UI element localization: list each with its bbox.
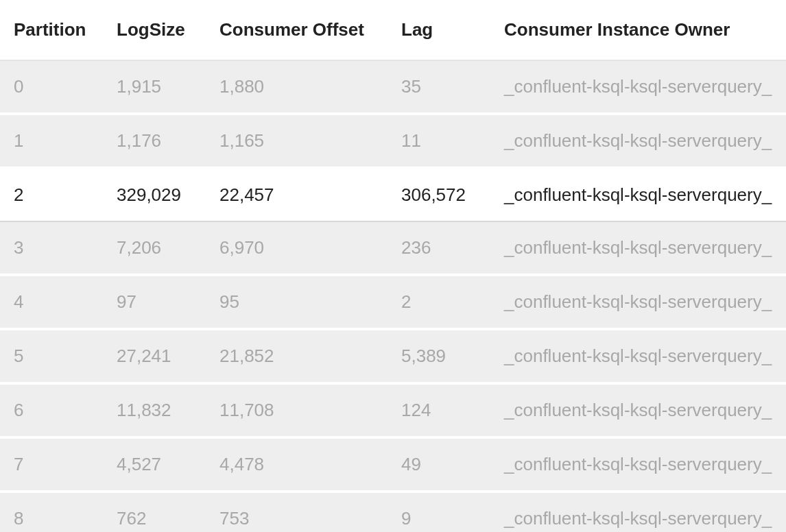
cell-lag: 5,389 bbox=[388, 329, 490, 383]
cell-lag: 49 bbox=[388, 437, 490, 492]
cell-owner: _confluent-ksql-ksql-serverquery_ bbox=[490, 383, 786, 437]
cell-partition: 3 bbox=[0, 221, 103, 275]
cell-offset: 4,478 bbox=[206, 437, 388, 492]
cell-lag: 11 bbox=[388, 114, 490, 168]
cell-owner: _confluent-ksql-ksql-serverquery_ bbox=[490, 168, 786, 221]
table-body: 01,9151,88035_confluent-ksql-ksql-server… bbox=[0, 60, 786, 532]
table-header-row: Partition LogSize Consumer Offset Lag Co… bbox=[0, 0, 786, 60]
cell-logsize: 329,029 bbox=[103, 168, 206, 221]
cell-logsize: 7,206 bbox=[103, 221, 206, 275]
cell-offset: 21,852 bbox=[206, 329, 388, 383]
cell-partition: 7 bbox=[0, 437, 103, 492]
cell-owner: _confluent-ksql-ksql-serverquery_ bbox=[490, 329, 786, 383]
cell-partition: 6 bbox=[0, 383, 103, 437]
cell-logsize: 762 bbox=[103, 492, 206, 532]
table-row[interactable]: 2329,02922,457306,572_confluent-ksql-ksq… bbox=[0, 168, 786, 221]
cell-logsize: 11,832 bbox=[103, 383, 206, 437]
cell-owner: _confluent-ksql-ksql-serverquery_ bbox=[490, 437, 786, 492]
header-offset[interactable]: Consumer Offset bbox=[206, 0, 388, 60]
cell-offset: 6,970 bbox=[206, 221, 388, 275]
table-row[interactable]: 37,2066,970236_confluent-ksql-ksql-serve… bbox=[0, 221, 786, 275]
table-row[interactable]: 611,83211,708124_confluent-ksql-ksql-ser… bbox=[0, 383, 786, 437]
cell-owner: _confluent-ksql-ksql-serverquery_ bbox=[490, 114, 786, 168]
table-row[interactable]: 74,5274,47849_confluent-ksql-ksql-server… bbox=[0, 437, 786, 492]
cell-logsize: 1,176 bbox=[103, 114, 206, 168]
cell-offset: 11,708 bbox=[206, 383, 388, 437]
cell-lag: 9 bbox=[388, 492, 490, 532]
cell-logsize: 1,915 bbox=[103, 60, 206, 114]
cell-offset: 22,457 bbox=[206, 168, 388, 221]
cell-lag: 236 bbox=[388, 221, 490, 275]
table-row[interactable]: 01,9151,88035_confluent-ksql-ksql-server… bbox=[0, 60, 786, 114]
cell-lag: 124 bbox=[388, 383, 490, 437]
cell-partition: 0 bbox=[0, 60, 103, 114]
header-partition[interactable]: Partition bbox=[0, 0, 103, 60]
header-lag[interactable]: Lag bbox=[388, 0, 490, 60]
cell-partition: 8 bbox=[0, 492, 103, 532]
partition-table: Partition LogSize Consumer Offset Lag Co… bbox=[0, 0, 786, 532]
cell-offset: 753 bbox=[206, 492, 388, 532]
cell-lag: 35 bbox=[388, 60, 490, 114]
cell-lag: 2 bbox=[388, 275, 490, 329]
table-row[interactable]: 497952_confluent-ksql-ksql-serverquery_ bbox=[0, 275, 786, 329]
cell-offset: 1,165 bbox=[206, 114, 388, 168]
header-logsize[interactable]: LogSize bbox=[103, 0, 206, 60]
cell-partition: 2 bbox=[0, 168, 103, 221]
cell-partition: 4 bbox=[0, 275, 103, 329]
cell-logsize: 97 bbox=[103, 275, 206, 329]
cell-lag: 306,572 bbox=[388, 168, 490, 221]
cell-logsize: 4,527 bbox=[103, 437, 206, 492]
cell-logsize: 27,241 bbox=[103, 329, 206, 383]
table-row[interactable]: 11,1761,16511_confluent-ksql-ksql-server… bbox=[0, 114, 786, 168]
cell-owner: _confluent-ksql-ksql-serverquery_ bbox=[490, 60, 786, 114]
cell-partition: 1 bbox=[0, 114, 103, 168]
table-row[interactable]: 87627539_confluent-ksql-ksql-serverquery… bbox=[0, 492, 786, 532]
cell-owner: _confluent-ksql-ksql-serverquery_ bbox=[490, 221, 786, 275]
cell-partition: 5 bbox=[0, 329, 103, 383]
header-owner[interactable]: Consumer Instance Owner bbox=[490, 0, 786, 60]
table-row[interactable]: 527,24121,8525,389_confluent-ksql-ksql-s… bbox=[0, 329, 786, 383]
cell-owner: _confluent-ksql-ksql-serverquery_ bbox=[490, 492, 786, 532]
cell-owner: _confluent-ksql-ksql-serverquery_ bbox=[490, 275, 786, 329]
cell-offset: 95 bbox=[206, 275, 388, 329]
cell-offset: 1,880 bbox=[206, 60, 388, 114]
